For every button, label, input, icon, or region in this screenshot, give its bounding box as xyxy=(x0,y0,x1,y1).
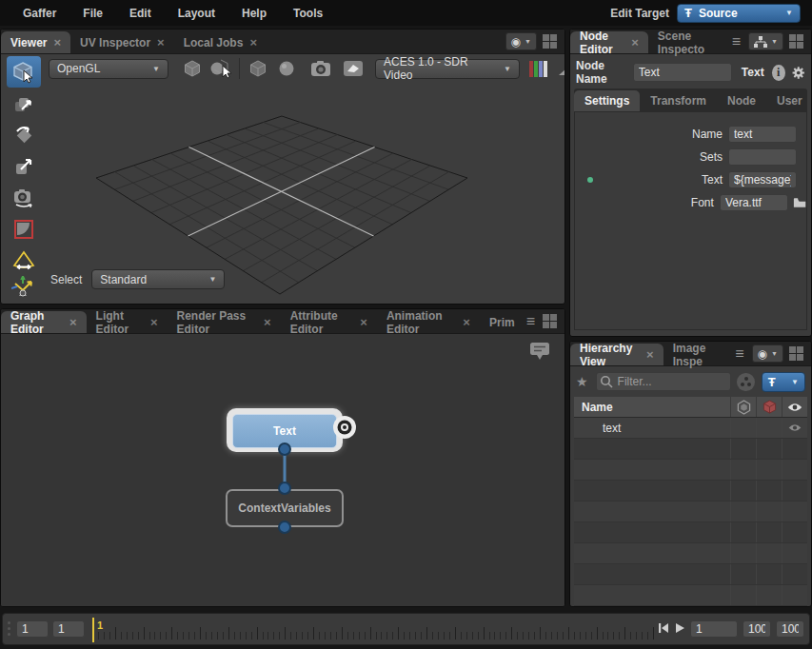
tab-light-editor[interactable]: Light Editor × xyxy=(87,311,168,333)
light-cone-tool-button[interactable] xyxy=(7,245,41,276)
rotate-tool-button[interactable] xyxy=(7,119,41,150)
tab-render-pass-editor[interactable]: Render Pass Editor × xyxy=(167,311,280,333)
node-out-port[interactable] xyxy=(279,443,290,455)
node-out-port[interactable] xyxy=(279,521,290,533)
select-tool-button[interactable] xyxy=(7,56,41,88)
select-mode-dropdown[interactable]: Standard ▼ xyxy=(91,269,225,289)
menu-edit[interactable]: Edit xyxy=(116,7,165,20)
layout-menu-icon[interactable] xyxy=(789,34,803,49)
close-icon[interactable]: × xyxy=(360,316,367,328)
camera-tool-button[interactable] xyxy=(7,182,41,213)
gear-icon[interactable] xyxy=(791,64,806,82)
tab-scene-inspector[interactable]: Scene Inspecto xyxy=(648,31,730,53)
tab-attribute-editor[interactable]: Attribute Editor × xyxy=(281,311,377,333)
crop-window-tool-button[interactable] xyxy=(7,213,41,245)
translate-tool-button[interactable] xyxy=(7,88,41,119)
scale-tool-button[interactable] xyxy=(7,150,41,182)
star-icon[interactable]: ★ xyxy=(576,374,588,389)
node-in-port[interactable] xyxy=(279,482,290,494)
focus-badge-icon[interactable] xyxy=(333,416,356,439)
timeline-frame-input[interactable] xyxy=(690,620,738,638)
scene-view-button[interactable] xyxy=(341,57,366,80)
close-icon[interactable]: × xyxy=(150,316,158,328)
text-property-input[interactable] xyxy=(728,171,797,188)
tab-node-editor[interactable]: Node Editor × xyxy=(570,31,648,53)
exclusions-column-header[interactable] xyxy=(756,397,782,417)
filter-input[interactable] xyxy=(596,372,732,391)
annotation-bubble-icon[interactable] xyxy=(528,342,551,361)
menu-tools[interactable]: Tools xyxy=(280,7,336,20)
layout-menu-icon[interactable] xyxy=(543,34,557,49)
drag-handle-icon[interactable] xyxy=(8,621,10,636)
menu-layout[interactable]: Layout xyxy=(165,7,228,20)
node-set-menu-button[interactable]: ▼ xyxy=(748,32,783,50)
menu-file[interactable]: File xyxy=(69,7,116,20)
tab-local-jobs[interactable]: Local Jobs × xyxy=(174,31,267,53)
menu-help[interactable]: Help xyxy=(228,7,280,20)
row-visibility-toggle[interactable] xyxy=(782,418,807,438)
edit-target-dropdown[interactable]: Ŧ Source ▼ xyxy=(677,4,801,23)
shading-solid-button[interactable] xyxy=(180,57,205,80)
tab-uv-inspector[interactable]: UV Inspector × xyxy=(70,31,174,53)
timeline-end-input[interactable] xyxy=(743,620,771,638)
hierarchy-filter-dropdown[interactable]: Ŧ ▼ xyxy=(762,372,805,392)
points-button[interactable] xyxy=(274,57,299,80)
timeline-start-input[interactable] xyxy=(16,620,49,638)
hierarchy-row-text[interactable]: text xyxy=(574,418,807,439)
viewer-focus-menu-button[interactable]: ◉ ▼ xyxy=(505,32,537,50)
sets-property-input[interactable] xyxy=(728,148,797,166)
folder-icon[interactable] xyxy=(793,197,806,208)
node-name-input[interactable] xyxy=(633,63,732,82)
layout-menu-icon[interactable] xyxy=(789,346,803,361)
close-icon[interactable]: × xyxy=(646,348,654,361)
close-icon[interactable]: × xyxy=(157,36,165,49)
select-label: Select xyxy=(50,273,82,286)
tab-primitive-inspector[interactable]: Prim xyxy=(480,311,525,333)
tab-hierarchy-view[interactable]: Hierarchy View × xyxy=(570,344,663,365)
timeline-total-input[interactable] xyxy=(776,620,804,638)
skip-to-start-icon[interactable] xyxy=(658,622,669,634)
graph-canvas[interactable]: Text ContextVariables xyxy=(1,334,564,606)
close-icon[interactable]: × xyxy=(53,36,61,49)
visibility-column-header[interactable] xyxy=(782,397,807,417)
inclusions-column-header[interactable] xyxy=(730,397,756,417)
tab-animation-editor[interactable]: Animation Editor × xyxy=(377,311,480,333)
shading-select-button[interactable] xyxy=(208,57,233,80)
tab-transform[interactable]: Transform xyxy=(640,90,717,111)
tab-viewer[interactable]: Viewer × xyxy=(1,31,70,53)
font-property-input[interactable] xyxy=(720,194,788,211)
name-column-header[interactable]: Name xyxy=(574,401,730,414)
camera-settings-button[interactable] xyxy=(308,57,333,80)
close-icon[interactable]: × xyxy=(631,36,639,49)
exposure-gamma-button[interactable] xyxy=(554,57,565,80)
play-icon[interactable] xyxy=(674,622,685,634)
tab-graph-editor[interactable]: Graph Editor × xyxy=(1,311,87,333)
timeline-current-input[interactable] xyxy=(52,620,85,638)
collapse-all-button[interactable] xyxy=(737,373,755,391)
light-position-tool-button[interactable] xyxy=(7,276,41,297)
tab-node[interactable]: Node xyxy=(717,90,766,111)
playhead[interactable] xyxy=(92,618,94,642)
menu-gaffer[interactable]: Gaffer xyxy=(10,7,69,20)
timeline-ruler[interactable]: 1 xyxy=(92,618,660,642)
layout-menu-icon[interactable] xyxy=(543,314,557,328)
display-transform-dropdown[interactable]: ACES 1.0 - SDR Video ▼ xyxy=(375,59,520,79)
tab-image-inspector[interactable]: Image Inspe xyxy=(663,344,734,365)
hierarchy-focus-menu-button[interactable]: ◉ ▼ xyxy=(752,344,783,363)
close-icon[interactable]: × xyxy=(249,36,257,49)
panel-menu-icon[interactable]: ≡ xyxy=(735,345,743,363)
channel-select-button[interactable] xyxy=(525,57,550,80)
wireframe-button[interactable] xyxy=(246,57,270,80)
tab-user[interactable]: User xyxy=(766,90,812,111)
close-icon[interactable]: × xyxy=(264,316,271,328)
sphere-icon xyxy=(277,59,296,78)
tab-settings[interactable]: Settings xyxy=(574,90,640,111)
info-icon[interactable]: i xyxy=(772,65,785,81)
name-property-input[interactable] xyxy=(728,126,797,143)
viewport-grid xyxy=(1,54,565,305)
panel-menu-icon[interactable]: ≡ xyxy=(526,313,535,330)
close-icon[interactable]: × xyxy=(69,316,77,328)
renderer-dropdown[interactable]: OpenGL ▼ xyxy=(49,59,168,79)
panel-menu-icon[interactable]: ≡ xyxy=(732,33,741,50)
close-icon[interactable]: × xyxy=(463,316,470,328)
